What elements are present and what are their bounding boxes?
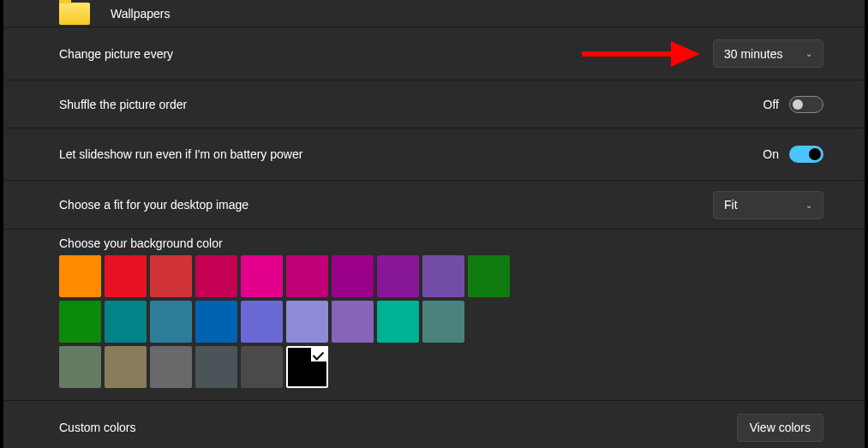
color-swatch[interactable] (241, 255, 283, 297)
interval-dropdown[interactable]: 30 minutes ⌄ (713, 39, 823, 68)
folder-row: Wallpapers (3, 0, 865, 27)
folder-icon (59, 3, 90, 25)
color-swatch[interactable] (332, 301, 374, 343)
color-swatch[interactable] (241, 301, 283, 343)
change-interval-label: Change picture every (59, 47, 173, 61)
color-swatch[interactable] (105, 301, 147, 343)
color-swatch[interactable] (150, 255, 192, 297)
interval-value: 30 minutes (724, 47, 782, 61)
view-colors-button-label: View colors (750, 421, 811, 434)
color-swatch[interactable] (150, 346, 192, 388)
color-swatch[interactable] (286, 301, 328, 343)
chevron-down-icon: ⌄ (805, 200, 812, 210)
battery-row: Let slideshow run even if I'm on battery… (3, 128, 865, 181)
fit-label: Choose a fit for your desktop image (59, 198, 248, 212)
view-colors-button[interactable]: View colors (737, 414, 823, 442)
color-swatch[interactable] (286, 346, 328, 388)
color-swatch[interactable] (150, 301, 192, 343)
color-swatch[interactable] (105, 255, 147, 297)
color-swatch[interactable] (59, 255, 101, 297)
battery-label: Let slideshow run even if I'm on battery… (59, 147, 302, 161)
color-swatch[interactable] (59, 301, 101, 343)
custom-colors-row: Custom colors View colors (3, 401, 865, 448)
custom-colors-label: Custom colors (59, 421, 135, 434)
swatch-grid (59, 255, 865, 388)
folder-name: Wallpapers (111, 7, 171, 21)
change-interval-row: Change picture every 30 minutes ⌄ (3, 27, 865, 81)
color-swatch[interactable] (377, 255, 419, 297)
color-swatch[interactable] (332, 255, 374, 297)
fit-row: Choose a fit for your desktop image Fit … (3, 181, 865, 230)
color-section: Choose your background color (3, 230, 865, 401)
shuffle-state: Off (763, 98, 779, 111)
shuffle-toggle[interactable] (789, 96, 823, 113)
battery-state: On (763, 147, 779, 161)
shuffle-row: Shuffle the picture order Off (3, 81, 865, 128)
color-swatch[interactable] (105, 346, 147, 388)
color-swatch[interactable] (195, 301, 237, 343)
shuffle-label: Shuffle the picture order (59, 98, 187, 111)
color-section-title: Choose your background color (59, 236, 865, 250)
color-swatch[interactable] (377, 301, 419, 343)
color-swatch[interactable] (195, 346, 237, 388)
fit-dropdown[interactable]: Fit ⌄ (713, 191, 823, 219)
color-swatch[interactable] (59, 346, 101, 388)
fit-value: Fit (724, 198, 738, 212)
color-swatch[interactable] (195, 255, 237, 297)
color-swatch[interactable] (241, 346, 283, 388)
chevron-down-icon: ⌄ (805, 49, 812, 58)
color-swatch[interactable] (422, 301, 464, 343)
color-swatch[interactable] (468, 255, 510, 297)
battery-toggle[interactable] (789, 146, 823, 163)
color-swatch[interactable] (286, 255, 328, 297)
color-swatch[interactable] (422, 255, 464, 297)
